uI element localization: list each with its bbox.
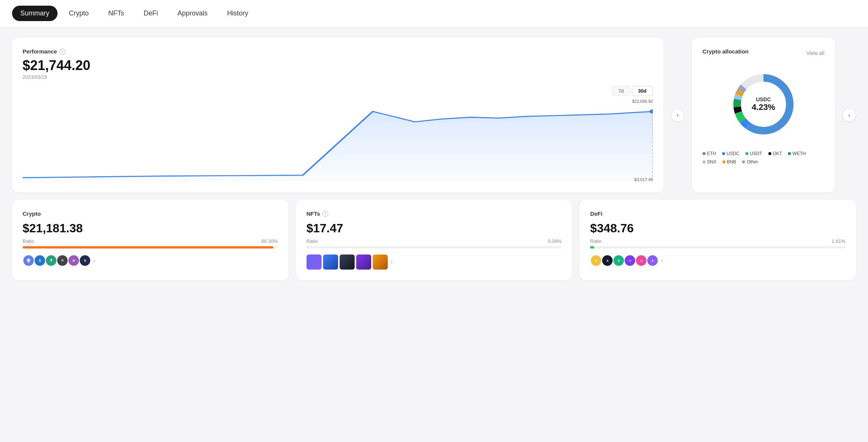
defi-token-icons: Y A S V U A › [590, 255, 845, 267]
performance-card: Performance i $21,744.20 2023/03/19 7d 3… [12, 38, 663, 192]
chart-high-label: $22,065.92 [632, 99, 653, 104]
legend-bnb: BNB [722, 159, 736, 165]
top-row: Performance i $21,744.20 2023/03/19 7d 3… [12, 38, 856, 192]
nav-item-approvals[interactable]: Approvals [169, 6, 216, 21]
defi-ratio-label: Ratio [590, 238, 601, 244]
token-okt: ✕ [56, 255, 68, 267]
nft-more-icon[interactable]: › [391, 259, 393, 265]
eth-dot [703, 152, 706, 155]
usdc-label: USDC [727, 151, 739, 156]
legend-eth: ETH [703, 151, 716, 156]
allocation-prev-button[interactable]: ‹ [671, 108, 684, 122]
token-usdt: ₮ [45, 255, 57, 267]
allocation-title: Crypto allocation [703, 48, 749, 55]
view-all-link[interactable]: View all [806, 50, 824, 56]
defi-card-value: $348.76 [590, 221, 845, 235]
okt-dot [768, 152, 771, 155]
nav-item-nfts[interactable]: NFTs [100, 6, 132, 21]
defi-token-2: A [601, 255, 613, 267]
legend-usdc: USDC [722, 151, 739, 156]
chart-wrapper: $22,065.92 [23, 99, 653, 182]
crypto-ratio-row: Ratio 98.30% [23, 238, 278, 244]
crypto-ratio-pct: 98.30% [261, 238, 278, 244]
crypto-card-value: $21,181.38 [23, 221, 278, 235]
nft-thumb-5 [373, 255, 388, 270]
crypto-ratio-bar-bg [23, 246, 278, 248]
chart-btn-30d[interactable]: 30d [632, 86, 653, 96]
usdc-dot [722, 152, 725, 155]
chart-btn-7d[interactable]: 7d [612, 86, 630, 96]
crypto-card: Crypto $21,181.38 Ratio 98.30% $ ₮ ✕ W S… [12, 200, 288, 280]
usdt-dot [745, 152, 748, 155]
crypto-more-icon[interactable]: › [93, 257, 95, 264]
nfts-title-text: NFTs [307, 210, 320, 217]
performance-info-icon[interactable]: i [59, 49, 65, 55]
legend-other: Other [742, 159, 758, 165]
okt-label: OKT [773, 151, 782, 156]
crypto-token-icons: $ ₮ ✕ W S › [23, 255, 278, 267]
main-nav: Summary Crypto NFTs DeFi Approvals Histo… [0, 0, 868, 27]
nav-item-summary[interactable]: Summary [12, 6, 58, 21]
performance-title: Performance i [23, 48, 653, 55]
bnb-label: BNB [727, 159, 736, 165]
performance-chart [23, 99, 653, 182]
nav-item-defi[interactable]: DeFi [135, 6, 166, 21]
defi-token-6: A [646, 255, 659, 267]
defi-ratio-pct: 1.61% [832, 238, 845, 244]
other-dot [742, 160, 745, 163]
performance-title-text: Performance [23, 48, 57, 55]
donut-container: USDC 4.23% [703, 67, 824, 142]
nav-item-history[interactable]: History [219, 6, 256, 21]
chart-controls: 7d 30d [23, 86, 653, 96]
defi-more-icon[interactable]: › [661, 257, 663, 264]
nfts-info-icon[interactable]: i [322, 211, 328, 217]
allocation-next-button[interactable]: › [842, 108, 856, 122]
defi-ratio-row: Ratio 1.61% [590, 238, 845, 244]
other-label: Other [747, 159, 758, 165]
nfts-card: NFTs i $17.47 Ratio 0.08% › [296, 200, 572, 280]
performance-value: $21,744.20 [23, 58, 653, 73]
defi-token-1: Y [590, 255, 602, 267]
svg-marker-11 [27, 258, 30, 262]
legend-snx: SNX [703, 159, 716, 165]
bnb-dot [722, 160, 725, 163]
performance-date: 2023/03/19 [23, 74, 653, 80]
token-usdc: $ [34, 255, 46, 267]
nfts-ratio-bar-fill [307, 246, 308, 248]
nfts-ratio-label: Ratio [307, 238, 318, 244]
nfts-ratio-pct: 0.08% [548, 238, 561, 244]
token-eth [23, 255, 35, 267]
nft-thumb-2 [323, 255, 338, 270]
legend-usdt: USDT [745, 151, 762, 156]
bottom-row: Crypto $21,181.38 Ratio 98.30% $ ₮ ✕ W S… [12, 200, 856, 280]
snx-dot [703, 160, 706, 163]
token-snx: S [79, 255, 91, 267]
donut-center-pct: 4.23% [752, 102, 775, 112]
defi-token-3: S [613, 255, 625, 267]
defi-card: DeFi $348.76 Ratio 1.61% Y A S V U A › [580, 200, 856, 280]
usdt-label: USDT [750, 151, 762, 156]
donut-center: USDC 4.23% [752, 96, 775, 112]
snx-label: SNX [707, 159, 716, 165]
defi-ratio-bar-bg [590, 246, 845, 248]
defi-token-5: U [635, 255, 647, 267]
defi-card-title: DeFi [590, 210, 845, 217]
donut-center-label: USDC [752, 96, 775, 102]
token-weth: W [68, 255, 80, 267]
defi-ratio-bar-fill [590, 246, 594, 248]
nft-thumb-3 [340, 255, 355, 270]
chart-low-label: $3,017.45 [634, 177, 653, 182]
nfts-ratio-row: Ratio 0.08% [307, 238, 562, 244]
crypto-card-title: Crypto [23, 210, 278, 217]
allocation-legend: ETH USDC USDT OKT WETH [703, 151, 824, 165]
allocation-card: Crypto allocation View all [692, 38, 835, 192]
crypto-ratio-bar-fill [23, 246, 273, 248]
main-content: Performance i $21,744.20 2023/03/19 7d 3… [0, 27, 868, 291]
nfts-card-value: $17.47 [307, 221, 562, 235]
weth-dot [788, 152, 791, 155]
nfts-card-title: NFTs i [307, 210, 562, 217]
nft-thumb-1 [307, 255, 322, 270]
legend-weth: WETH [788, 151, 806, 156]
nav-item-crypto[interactable]: Crypto [61, 6, 97, 21]
crypto-ratio-label: Ratio [23, 238, 34, 244]
